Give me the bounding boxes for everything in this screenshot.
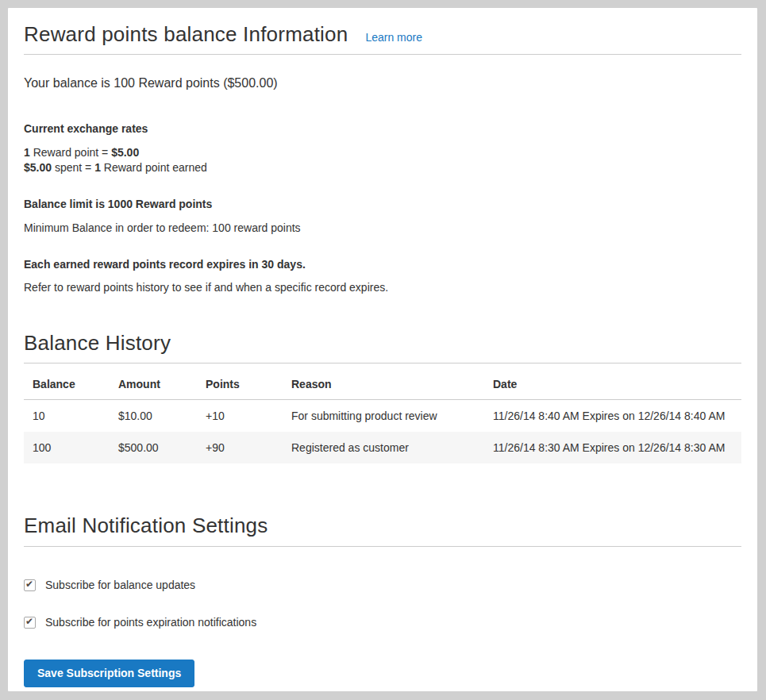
subscribe-expiration-field: Subscribe for points expiration notifica… xyxy=(24,615,741,630)
minimum-balance-text: Minimum Balance in order to redeem: 100 … xyxy=(24,221,741,236)
table-header-row: Balance Amount Points Reason Date xyxy=(24,370,741,400)
learn-more-link[interactable]: Learn more xyxy=(365,31,422,44)
cell-date: 11/26/14 8:40 AM Expires on 12/26/14 8:4… xyxy=(484,400,741,433)
exchange-rate-line-1: 1 Reward point = $5.00 xyxy=(24,146,139,159)
cell-points: +90 xyxy=(197,432,283,463)
cell-reason: For submitting product review xyxy=(283,400,484,433)
cell-balance: 10 xyxy=(24,400,110,433)
expiry-text: Refer to reward points history to see if… xyxy=(24,280,741,295)
table-row: 10 $10.00 +10 For submitting product rev… xyxy=(24,400,741,433)
save-subscription-settings-button[interactable]: Save Subscription Settings xyxy=(24,660,194,687)
page-title-row: Reward points balance Information Learn … xyxy=(24,22,741,55)
balance-updates-label[interactable]: Subscribe for balance updates xyxy=(45,578,195,593)
cell-date: 11/26/14 8:30 AM Expires on 12/26/14 8:3… xyxy=(484,432,741,463)
cell-balance: 100 xyxy=(24,432,110,463)
points-expiration-checkbox[interactable] xyxy=(24,617,36,629)
balance-updates-checkbox[interactable] xyxy=(24,579,36,591)
email-notification-heading: Email Notification Settings xyxy=(24,513,741,546)
column-header-amount: Amount xyxy=(110,370,197,400)
balance-history-table: Balance Amount Points Reason Date 10 $10… xyxy=(24,370,741,463)
column-header-points: Points xyxy=(197,370,283,400)
column-header-balance: Balance xyxy=(24,370,110,400)
subscribe-balance-updates-field: Subscribe for balance updates xyxy=(24,578,741,593)
exchange-rates-heading: Current exchange rates xyxy=(24,121,741,137)
balance-limit-heading: Balance limit is 1000 Reward points xyxy=(24,197,741,212)
reward-points-card: Reward points balance Information Learn … xyxy=(8,8,757,691)
expiry-heading: Each earned reward points record expires… xyxy=(24,257,741,272)
cell-points: +10 xyxy=(197,400,283,433)
cell-amount: $10.00 xyxy=(110,400,197,433)
cell-amount: $500.00 xyxy=(110,432,197,463)
points-expiration-label[interactable]: Subscribe for points expiration notifica… xyxy=(45,615,256,630)
table-row: 100 $500.00 +90 Registered as customer 1… xyxy=(24,432,741,463)
balance-history-heading: Balance History xyxy=(24,331,741,363)
exchange-rate-lines: 1 Reward point = $5.00 $5.00 spent = 1 R… xyxy=(24,145,741,175)
page-title: Reward points balance Information xyxy=(24,22,348,47)
balance-summary: Your balance is 100 Reward points ($500.… xyxy=(24,75,741,92)
exchange-rate-line-2: $5.00 spent = 1 Reward point earned xyxy=(24,161,207,174)
column-header-date: Date xyxy=(484,370,741,400)
column-header-reason: Reason xyxy=(283,370,484,400)
cell-reason: Registered as customer xyxy=(283,432,484,463)
